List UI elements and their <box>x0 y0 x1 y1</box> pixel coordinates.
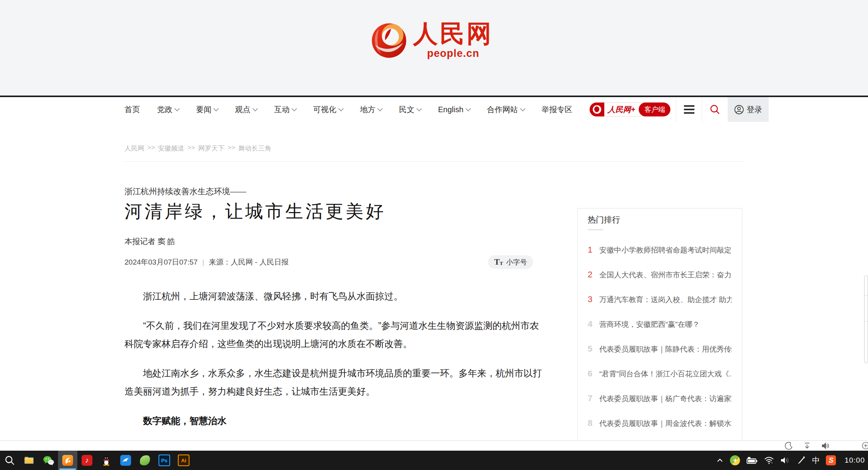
search-button[interactable] <box>702 97 728 122</box>
people-app-badge[interactable]: 人民网+ 客户端 <box>590 103 671 116</box>
nav-item-guandian[interactable]: 观点 <box>235 104 257 115</box>
breadcrumb-link[interactable]: 舞动长三角 <box>239 144 271 153</box>
chevron-down-icon <box>416 106 422 111</box>
wifi-icon[interactable]: * <box>764 456 774 465</box>
search-icon <box>709 104 720 115</box>
article-subheading: 数字赋能，智慧治水 <box>124 412 542 430</box>
hot-ranking-title: 热门排行 <box>588 215 732 225</box>
chevron-down-icon <box>520 106 525 111</box>
taskbar: ♪ <box>0 451 868 470</box>
nav-item-english[interactable]: English <box>438 105 470 114</box>
nav-item-difang[interactable]: 地方 <box>360 104 382 115</box>
volume-icon[interactable] <box>780 456 790 465</box>
list-item[interactable]: 1安徽中小学教师招聘省命题考试时间敲定 ... <box>588 245 732 255</box>
article-date: 2024年03月07日07:57 <box>124 257 198 267</box>
sogou-input-icon[interactable]: S <box>826 455 836 465</box>
meta-separator: | <box>202 258 204 267</box>
taskbar-thunder[interactable] <box>116 451 135 470</box>
chevron-down-icon <box>174 106 180 111</box>
logo-text: 人民网 people.cn <box>413 21 493 60</box>
breadcrumb-separator: >> <box>188 144 195 153</box>
article-kicker: 浙江杭州持续改善水生态环境—— <box>124 186 246 197</box>
nav-item-minwen[interactable]: 民文 <box>399 104 421 115</box>
chevron-down-icon <box>466 106 471 111</box>
netease-music-icon: ♪ <box>82 455 92 466</box>
sound-icon[interactable] <box>821 442 830 450</box>
source-prefix: 来源： <box>209 257 231 267</box>
site-logo[interactable]: 人民网 people.cn <box>370 20 493 60</box>
article-meta: 2024年03月07日07:57 | 来源： 人民网 - 人民日报 <box>124 257 289 267</box>
hot-ranking-list: 1安徽中小学教师招聘省命题考试时间敲定 ... 2全国人大代表、宿州市市长王启荣… <box>588 245 732 444</box>
add-tab-icon[interactable] <box>861 441 868 450</box>
breadcrumb-divider <box>124 161 744 162</box>
article-source[interactable]: 人民网 - 人民日报 <box>231 257 289 267</box>
nav-item-home[interactable]: 首页 <box>124 104 140 115</box>
breadcrumb-separator: >> <box>147 144 155 153</box>
taskbar-illustrator[interactable]: Ai <box>174 451 193 470</box>
battery-icon[interactable] <box>746 456 758 465</box>
qq-icon <box>102 455 111 466</box>
hot-ranking-underline <box>588 229 603 230</box>
article-meta-row: 2024年03月07日07:57 | 来源： 人民网 - 人民日报 T T 小字… <box>124 255 533 269</box>
tray-chevron-up-icon[interactable] <box>716 456 724 464</box>
360-safe-icon[interactable]: + <box>730 455 740 465</box>
nav-item-hezuowangzhan[interactable]: 合作网站 <box>487 104 525 115</box>
font-size-label: 小字号 <box>506 258 527 267</box>
font-size-icon: T T <box>494 258 503 266</box>
list-item[interactable]: 6“君霄”同台合体！浙江小百花立团大戏《... <box>588 369 732 379</box>
download-icon[interactable] <box>803 442 811 450</box>
chevron-down-icon <box>213 106 219 111</box>
coreldraw-icon <box>140 455 150 465</box>
taskbar-uc-browser[interactable] <box>58 451 77 470</box>
list-item[interactable]: 7代表委员履职故事｜杨广奇代表：访遍家家... <box>588 393 732 403</box>
taskbar-qq[interactable] <box>97 451 116 470</box>
site-header: 人民网 people.cn <box>0 0 868 96</box>
logo-domain: people.cn <box>427 48 479 60</box>
list-item[interactable]: 5代表委员履职故事｜陈静代表：用优秀传统... <box>588 344 732 354</box>
nav-item-dangzheng[interactable]: 党政 <box>157 104 179 115</box>
main-navbar: 首页 党政 要闻 观点 互动 可视化 地方 民文 English 合作网站 举报… <box>0 97 868 122</box>
taskbar-wechat[interactable] <box>39 451 58 470</box>
breadcrumb-link[interactable]: 安徽频道 <box>158 144 184 153</box>
breadcrumb-link[interactable]: 人民网 <box>124 144 144 153</box>
login-button[interactable]: 登录 <box>728 97 769 122</box>
nav-items: 首页 党政 要闻 观点 互动 可视化 地方 民文 English 合作网站 举报… <box>124 97 769 122</box>
nav-item-jubaozhuanqu[interactable]: 举报专区 <box>542 104 573 115</box>
breadcrumb-link[interactable]: 网罗天下 <box>198 144 225 153</box>
article-paragraph: 地处江南水乡，水系众多，水生态建设是杭州提升城市环境品质的重要一环。多年来，杭州… <box>124 364 542 400</box>
svg-text:*: * <box>771 461 773 465</box>
nav-item-hudong[interactable]: 互动 <box>274 104 296 115</box>
taskbar-coreldraw[interactable] <box>135 451 155 470</box>
nav-item-yaowen[interactable]: 要闻 <box>196 104 218 115</box>
article-body: 浙江杭州，上塘河碧波荡漾、微风轻拂，时有飞鸟从水面掠过。 “不久前，我们在河里发… <box>124 287 542 441</box>
breadcrumb: 人民网 >> 安徽频道 >> 网罗天下 >> 舞动长三角 <box>124 144 271 153</box>
list-item[interactable]: 4营商环境，安徽肥西“赢”在哪？ <box>588 319 732 329</box>
browser-bottom-toolbar <box>0 440 868 451</box>
badge-client-text: 客户端 <box>639 103 670 116</box>
pen-input-icon[interactable] <box>796 456 806 465</box>
taskbar-file-explorer[interactable] <box>19 451 39 470</box>
taskbar-photoshop[interactable]: Ps <box>155 451 174 470</box>
taskbar-netease-music[interactable]: ♪ <box>77 451 97 470</box>
wechat-icon <box>43 455 54 466</box>
ime-indicator[interactable]: 中 <box>812 455 820 466</box>
menu-button[interactable] <box>676 97 702 122</box>
chevron-down-icon <box>292 106 297 111</box>
list-item[interactable]: 3万通汽车教育：送岗入校、助企揽才 助力... <box>588 294 732 304</box>
photoshop-icon: Ps <box>159 455 170 466</box>
night-mode-icon[interactable] <box>785 442 793 450</box>
login-label: 登录 <box>747 104 762 115</box>
list-item[interactable]: 8代表委员履职故事｜周金波代表：解锁水泥... <box>588 418 732 428</box>
taskbar-search-button[interactable] <box>0 451 19 470</box>
nav-item-keshihua[interactable]: 可视化 <box>313 104 343 115</box>
taskbar-clock[interactable]: 10:00 <box>844 456 865 465</box>
taskbar-apps: ♪ <box>0 451 193 470</box>
font-size-button[interactable]: T T 小字号 <box>488 255 533 269</box>
screen: 人民网 people.cn 首页 党政 要闻 观点 互动 可视化 地方 民文 E… <box>0 0 868 470</box>
list-item[interactable]: 2全国人大代表、宿州市市长王启荣：奋力追... <box>588 270 732 280</box>
chevron-down-icon <box>377 106 383 111</box>
article-paragraph: “不久前，我们在河里发现了不少对水质要求较高的鱼类。”参与河道水生生物资源监测的… <box>124 316 542 353</box>
thunder-icon <box>120 455 131 466</box>
badge-brand-text: 人民网+ <box>604 104 639 115</box>
scrollbar-thumb[interactable] <box>864 275 868 363</box>
